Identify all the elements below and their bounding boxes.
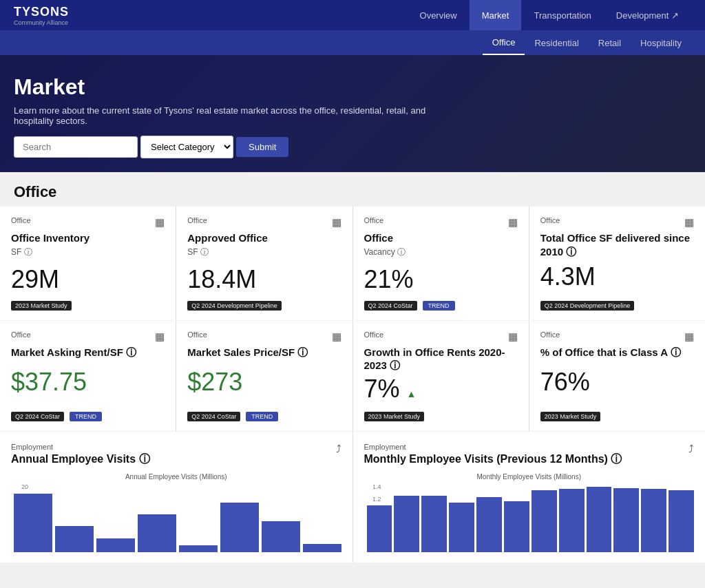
card-header: Office ▦ — [11, 330, 165, 343]
bar — [220, 503, 259, 552]
card-value: 4.3M — [540, 262, 694, 291]
subnav-hospitality[interactable]: Hospitality — [631, 30, 691, 55]
bar — [476, 497, 502, 552]
cards-row-1: Office ▦ Office Inventory SF ⓘ 29M 2023 … — [0, 207, 705, 320]
bar — [138, 514, 176, 552]
bar — [55, 526, 94, 552]
subnav-office[interactable]: Office — [483, 30, 525, 55]
bar — [421, 496, 447, 552]
card-value: $37.75 — [11, 368, 165, 397]
chart-category: Employment — [364, 443, 622, 451]
bar — [613, 488, 639, 552]
search-input[interactable] — [14, 136, 138, 158]
bar — [449, 503, 474, 552]
card-value: 21% — [364, 265, 518, 294]
card-office-inventory: Office ▦ Office Inventory SF ⓘ 29M 2023 … — [0, 207, 176, 320]
card-value: 76% — [540, 368, 694, 397]
card-category: Office — [364, 330, 384, 339]
chart-title: Annual Employee Visits ⓘ — [11, 452, 150, 467]
bars-container — [364, 483, 695, 552]
card-footer: 2023 Market Study — [540, 412, 694, 421]
nav-transportation[interactable]: Transportation — [521, 0, 603, 30]
card-footer: Q2 2024 Development Pipeline — [187, 301, 341, 311]
source-badge: 2023 Market Study — [540, 412, 601, 421]
card-value: 7% ▲ — [364, 375, 518, 403]
logo: TYSONS Community Alliance — [14, 5, 69, 26]
chart-monthly-visits: Employment Monthly Employee Visits (Prev… — [353, 432, 706, 563]
card-subtitle: SF ⓘ — [187, 246, 341, 258]
bar — [394, 496, 419, 552]
card-subtitle: SF ⓘ — [11, 246, 165, 258]
card-title: Total Office SF delivered since 2010 ⓘ — [540, 231, 694, 258]
card-office-vacancy: Office ▦ Office Vacancy ⓘ 21% Q2 2024 Co… — [353, 207, 529, 320]
nav-development[interactable]: Development ↗ — [604, 0, 691, 30]
card-header: Office ▦ — [540, 216, 694, 229]
trend-badge: TREND — [70, 412, 102, 421]
bar — [532, 490, 557, 552]
chart-header: Employment Annual Employee Visits ⓘ ⤴ — [11, 443, 341, 474]
bar-chart-monthly: Monthly Employee Visits (Millions) 1.4 1… — [364, 473, 695, 556]
card-title: Growth in Office Rents 2020-2023 ⓘ — [364, 346, 518, 372]
bar — [559, 489, 585, 552]
brand-title: TYSONS — [14, 5, 69, 19]
card-header: Office ▦ — [540, 330, 694, 343]
cards-row-2: Office ▦ Market Asking Rent/SF ⓘ $37.75 … — [0, 321, 705, 431]
chart-category: Employment — [11, 443, 150, 451]
card-title: % of Office that is Class A ⓘ — [540, 346, 694, 359]
trend-badge: TREND — [246, 412, 278, 421]
table-icon: ▦ — [684, 216, 694, 229]
card-footer: Q2 2024 CoStar TREND — [364, 301, 518, 311]
subnav-residential[interactable]: Residential — [525, 30, 588, 55]
card-title: Market Sales Price/SF ⓘ — [187, 346, 341, 359]
bar — [587, 487, 612, 552]
card-category: Office — [540, 216, 560, 224]
chart-title: Monthly Employee Visits (Previous 12 Mon… — [364, 452, 622, 467]
hero-content: Market Learn more about the current stat… — [14, 74, 691, 158]
card-value: 18.4M — [187, 265, 341, 294]
category-select[interactable]: Select Category Office Residential Retai… — [140, 136, 233, 158]
subnav-retail[interactable]: Retail — [589, 30, 631, 55]
brand-subtitle: Community Alliance — [14, 19, 69, 26]
table-icon: ▦ — [508, 216, 518, 229]
table-icon: ▦ — [332, 330, 341, 343]
card-footer: Q2 2024 CoStar TREND — [11, 412, 165, 421]
table-icon: ▦ — [332, 216, 341, 229]
card-market-asking-rent: Office ▦ Market Asking Rent/SF ⓘ $37.75 … — [0, 321, 176, 431]
card-header: Office ▦ — [187, 216, 341, 229]
nav-overview[interactable]: Overview — [408, 0, 470, 30]
card-header: Office ▦ — [364, 330, 518, 343]
bar — [641, 489, 666, 552]
card-category: Office — [11, 216, 31, 224]
card-header: Office ▦ — [187, 330, 341, 343]
trend-badge: TREND — [423, 301, 455, 311]
card-title: Approved Office — [187, 231, 341, 245]
hero-description: Learn more about the current state of Ty… — [14, 105, 427, 126]
card-class-a: Office ▦ % of Office that is Class A ⓘ 7… — [529, 321, 705, 431]
search-bar: Select Category Office Residential Retai… — [14, 136, 691, 158]
card-category: Office — [187, 330, 207, 339]
source-badge: 2023 Market Study — [11, 301, 72, 311]
bar — [262, 521, 300, 552]
submit-button[interactable]: Submit — [236, 137, 288, 157]
main-content: Office Office ▦ Office Inventory SF ⓘ 29… — [0, 172, 705, 563]
chart-axis-title: Monthly Employee Visits (Millions) — [364, 473, 695, 481]
nav-market[interactable]: Market — [470, 0, 522, 30]
bar — [303, 544, 341, 552]
card-growth-office-rents: Office ▦ Growth in Office Rents 2020-202… — [353, 321, 529, 431]
card-category: Office — [11, 330, 31, 339]
card-value: 29M — [11, 265, 165, 294]
card-value: $273 — [187, 368, 341, 397]
card-footer: 2023 Market Study — [11, 301, 165, 311]
table-icon: ▦ — [155, 216, 165, 229]
bar — [96, 538, 135, 552]
chart-annual-visits: Employment Annual Employee Visits ⓘ ⤴ An… — [0, 432, 352, 563]
card-title: Office — [364, 231, 518, 245]
card-header: Office ▦ — [364, 216, 518, 229]
share-icon: ⤴ — [688, 443, 694, 454]
card-category: Office — [540, 330, 560, 339]
table-icon: ▦ — [155, 330, 165, 343]
source-badge: Q2 2024 CoStar — [187, 412, 240, 421]
bar-chart-annual: Annual Employee Visits (Millions) 20 18 … — [11, 473, 341, 556]
chart-header: Employment Monthly Employee Visits (Prev… — [364, 443, 695, 474]
share-icon: ⤴ — [336, 443, 341, 454]
